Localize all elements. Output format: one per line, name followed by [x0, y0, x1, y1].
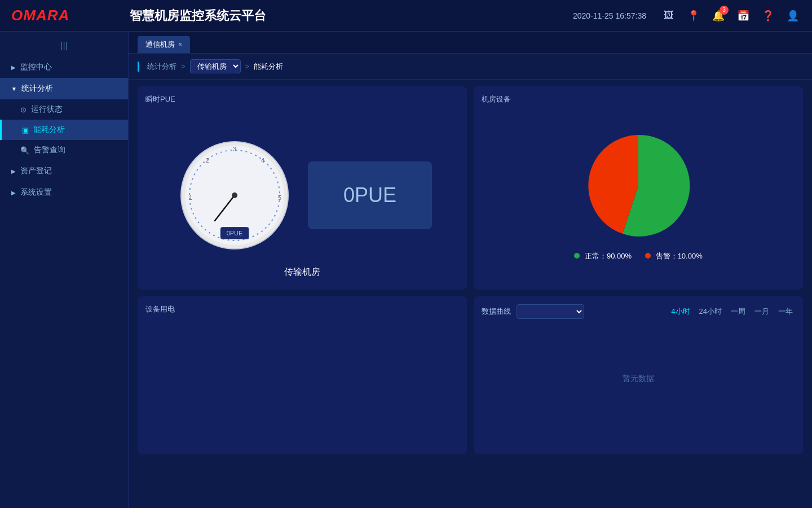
gauge-container: 1 2 3 4 5 0PUE [145, 110, 459, 281]
breadcrumb: 统计分析 > 传输机房 通信机房 数据机房 > 能耗分析 [129, 54, 812, 80]
header-time: 2020-11-25 16:57:38 [573, 11, 646, 20]
pie-legend: 正常：90.00% 告警：10.00% [574, 251, 702, 261]
pue-card-title: 瞬时PUE [145, 94, 459, 104]
svg-text:5: 5 [278, 194, 281, 201]
time-btn-month[interactable]: 一月 [752, 305, 771, 318]
sidebar-label-runstate: 运行状态 [31, 104, 63, 115]
sidebar-item-monitor[interactable]: ▶ 监控中心 [0, 56, 128, 78]
curve-dropdown[interactable] [517, 304, 584, 319]
breadcrumb-sep1: > [181, 62, 186, 71]
main-content: 通信机房 × 统计分析 > 传输机房 通信机房 数据机房 > 能耗分析 瞬时PU… [129, 32, 812, 508]
alarm-dot [645, 253, 651, 259]
header: OMARA 智慧机房监控系统云平台 2020-11-25 16:57:38 🖼 … [0, 0, 812, 32]
arrow-icon: ▶ [11, 168, 16, 174]
sidebar-sub-stats: ⊙ 运行状态 ▣ 能耗分析 🔍 告警查询 [0, 99, 128, 160]
sidebar-item-runstate[interactable]: ⊙ 运行状态 [0, 99, 128, 120]
legend-normal: 正常：90.00% [574, 251, 632, 261]
sidebar-label-assets: 资产登记 [20, 166, 52, 176]
card-curve: 数据曲线 4小时 24小时 一周 一月 一年 暂无数据 [474, 296, 803, 454]
room-name-label: 传输机房 [284, 266, 320, 278]
arrow-icon: ▼ [11, 86, 17, 92]
notification-badge: 3 [720, 6, 729, 15]
card-pue: 瞬时PUE 1 [138, 86, 467, 290]
sidebar-label-stats: 统计分析 [21, 84, 53, 94]
location-icon[interactable]: 📍 [686, 8, 701, 24]
power-content [145, 320, 459, 445]
runstate-icon: ⊙ [20, 106, 27, 114]
calendar-icon[interactable]: 📅 [735, 8, 751, 24]
breadcrumb-root: 统计分析 [147, 62, 176, 72]
sidebar-label-alarm: 告警查询 [34, 145, 65, 155]
card-power: 设备用电 [138, 296, 467, 454]
breadcrumb-indicator [138, 62, 139, 72]
normal-label: 正常：90.00% [585, 252, 632, 260]
svg-text:3: 3 [233, 146, 236, 152]
svg-point-9 [232, 192, 237, 198]
power-card-title: 设备用电 [145, 304, 459, 314]
pie-container: 正常：90.00% 告警：10.00% [482, 110, 795, 281]
logo-text: OMARA [11, 7, 69, 24]
time-buttons: 4小时 24小时 一周 一月 一年 [669, 305, 795, 318]
device-card-title: 机房设备 [482, 94, 795, 104]
no-data-text: 暂无数据 [482, 325, 795, 433]
arrow-icon: ▶ [11, 64, 16, 71]
tab-close-button[interactable]: × [178, 41, 182, 49]
user-icon[interactable]: 👤 [785, 8, 801, 24]
sidebar-item-stats[interactable]: ▼ 统计分析 [0, 78, 128, 99]
svg-text:1: 1 [189, 194, 192, 201]
tab-label: 通信机房 [145, 40, 175, 50]
tabs-bar: 通信机房 × [129, 32, 812, 54]
breadcrumb-dropdown[interactable]: 传输机房 通信机房 数据机房 [190, 59, 241, 73]
pie-chart [582, 129, 695, 242]
curve-card-title: 数据曲线 [482, 306, 511, 317]
sidebar-label-monitor: 监控中心 [20, 62, 52, 72]
pue-value: 0PUE [343, 183, 396, 207]
layout: ||| ▶ 监控中心 ▼ 统计分析 ⊙ 运行状态 ▣ 能耗分析 🔍 告警查询 ▶ [0, 32, 812, 508]
logo: OMARA [11, 7, 118, 24]
alarm-icon: 🔍 [20, 146, 29, 155]
sidebar-item-alarm[interactable]: 🔍 告警查询 [0, 140, 128, 160]
svg-text:4: 4 [261, 157, 264, 164]
sidebar-label-settings: 系统设置 [20, 187, 52, 198]
time-btn-year[interactable]: 一年 [776, 305, 795, 318]
breadcrumb-current: 能耗分析 [254, 62, 283, 72]
sidebar-collapse-button[interactable]: ||| [0, 37, 128, 56]
sidebar-item-assets[interactable]: ▶ 资产登记 [0, 160, 128, 182]
alarm-label: 告警：10.00% [656, 252, 703, 260]
header-title: 智慧机房监控系统云平台 [118, 7, 573, 24]
legend-alarm: 告警：10.00% [645, 251, 703, 261]
header-right: 2020-11-25 16:57:38 🖼 📍 🔔 3 📅 ❓ 👤 [573, 8, 801, 24]
bell-icon[interactable]: 🔔 3 [710, 8, 726, 24]
sidebar-label-energy: 能耗分析 [33, 125, 65, 135]
svg-text:2: 2 [206, 157, 209, 164]
time-btn-week[interactable]: 一周 [729, 305, 748, 318]
arrow-icon: ▶ [11, 190, 16, 196]
normal-dot [574, 253, 580, 259]
content-area: 瞬时PUE 1 [129, 80, 812, 461]
energy-icon: ▣ [22, 126, 29, 134]
card-device: 机房设备 正常：90.00% [474, 86, 803, 290]
breadcrumb-sep2: > [245, 62, 250, 71]
sidebar-item-energy[interactable]: ▣ 能耗分析 [0, 120, 128, 140]
time-btn-4h[interactable]: 4小时 [669, 305, 692, 318]
gauge-label: 0PUE [220, 227, 249, 239]
sidebar-item-settings[interactable]: ▶ 系统设置 [0, 182, 128, 203]
time-btn-24h[interactable]: 24小时 [697, 305, 724, 318]
sidebar: ||| ▶ 监控中心 ▼ 统计分析 ⊙ 运行状态 ▣ 能耗分析 🔍 告警查询 ▶ [0, 32, 129, 508]
curve-header: 数据曲线 4小时 24小时 一周 一月 一年 [482, 304, 795, 319]
help-icon[interactable]: ❓ [760, 8, 776, 24]
tab-communication[interactable]: 通信机房 × [138, 36, 190, 53]
gauge-wrap: 1 2 3 4 5 0PUE [173, 133, 297, 257]
pue-value-display: 0PUE [308, 161, 432, 229]
image-icon[interactable]: 🖼 [661, 8, 677, 24]
